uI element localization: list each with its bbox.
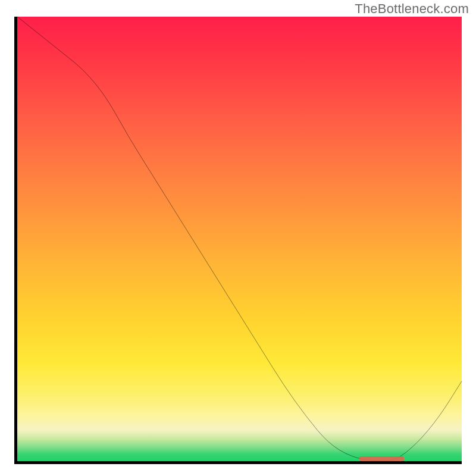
curve-path bbox=[17, 17, 462, 461]
bottleneck-curve bbox=[17, 17, 462, 461]
plot-area bbox=[14, 17, 462, 464]
chart-canvas: TheBottleneck.com bbox=[0, 0, 476, 476]
optimal-range-marker bbox=[359, 456, 404, 461]
watermark-text: TheBottleneck.com bbox=[355, 1, 469, 17]
